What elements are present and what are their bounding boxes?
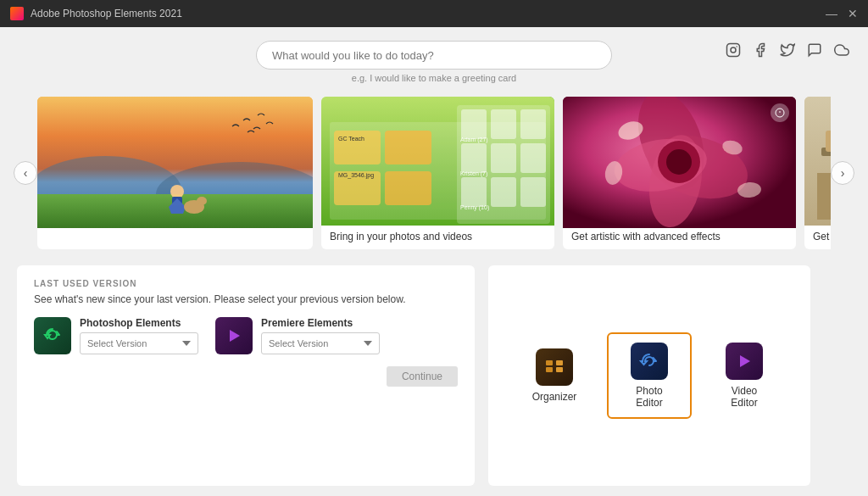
photoshop-elements-icon [34, 317, 71, 354]
carousel-next-button[interactable]: › [831, 161, 854, 185]
facebook-icon[interactable] [751, 41, 770, 59]
video-editor-label: VideoEditor [731, 385, 757, 409]
card-caption-try-this: Bring in your photos and videos [321, 226, 554, 249]
minimize-button[interactable]: — [826, 8, 837, 20]
photo-editor-icon [631, 343, 668, 380]
photoshop-product-info: Photoshop Elements Select Version 2020 2… [80, 317, 198, 354]
continue-button[interactable]: Continue [387, 366, 458, 387]
svg-text:GC Teach: GC Teach [338, 136, 364, 142]
title-bar: Adobe Photoshop Elements 2021 — ✕ [0, 0, 868, 27]
app-launch-card: Organizer PhotoEditor [488, 265, 810, 486]
social-icons [724, 41, 851, 59]
svg-point-10 [197, 197, 207, 205]
card-caption-whats-new: Get artistic with advanced effects [563, 226, 796, 249]
last-used-title: LAST USED VERSION [34, 279, 458, 288]
continue-button-row: Continue [34, 366, 458, 387]
premiere-product-name: Premiere Elements [261, 317, 380, 329]
app-title: Adobe Photoshop Elements 2021 [31, 8, 182, 20]
close-button[interactable]: ✕ [848, 8, 858, 20]
card-caption-main [37, 228, 313, 249]
card-caption-inspiration: Get inspired c... [804, 226, 831, 249]
svg-point-1 [731, 47, 736, 53]
svg-text:Kristen (7): Kristen (7) [460, 170, 487, 177]
whats-new-image: WHAT'S NEW [563, 97, 796, 226]
carousel-card-try-this[interactable]: TRY THIS [321, 97, 554, 249]
svg-point-38 [666, 149, 692, 175]
title-bar-left: Adobe Photoshop Elements 2021 [10, 7, 182, 20]
last-used-version-card: LAST USED VERSION See what's new since y… [17, 265, 475, 486]
photo-editor-button[interactable]: PhotoEditor [607, 332, 692, 419]
photoshop-product-name: Photoshop Elements [80, 317, 198, 329]
svg-text:MG_3546.jpg: MG_3546.jpg [338, 172, 374, 179]
svg-point-7 [170, 185, 184, 198]
search-input[interactable] [256, 41, 612, 70]
carousel-card-inspiration[interactable]: INSPIRATION [804, 97, 831, 249]
app-icon [10, 7, 24, 20]
svg-rect-0 [727, 44, 740, 57]
search-area: e.g. I would like to make a greeting car… [0, 27, 868, 90]
product-versions: Photoshop Elements Select Version 2020 2… [34, 317, 458, 354]
svg-rect-56 [546, 367, 553, 372]
window-controls: — ✕ [826, 8, 858, 20]
carousel-prev-button[interactable]: ‹ [14, 161, 37, 185]
photoshop-elements-version: Photoshop Elements Select Version 2020 2… [34, 317, 198, 354]
svg-rect-17 [461, 143, 487, 173]
carousel-card-whats-new[interactable]: WHAT'S NEW [563, 97, 796, 249]
svg-rect-54 [543, 356, 565, 378]
svg-rect-14 [461, 109, 487, 139]
try-this-image: TRY THIS [321, 97, 554, 226]
instagram-icon[interactable] [724, 41, 743, 59]
premiere-version-select[interactable]: Select Version 2020 2019 2018 [261, 332, 380, 354]
svg-rect-26 [385, 171, 431, 205]
video-editor-button[interactable]: VideoEditor [702, 332, 787, 419]
carousel: ‹ [0, 90, 868, 255]
svg-marker-61 [740, 355, 750, 367]
main-content: e.g. I would like to make a greeting car… [0, 27, 868, 496]
main-photo-image [37, 97, 313, 228]
svg-rect-19 [520, 143, 546, 173]
svg-rect-20 [461, 177, 487, 207]
search-hint: e.g. I would like to make a greeting car… [352, 73, 516, 83]
svg-rect-48 [826, 131, 831, 152]
svg-rect-58 [556, 367, 563, 372]
bottom-area: LAST USED VERSION See what's new since y… [0, 255, 868, 496]
svg-marker-53 [230, 330, 240, 342]
svg-rect-24 [385, 131, 431, 164]
svg-text:Adam (27): Adam (27) [460, 137, 488, 143]
photo-editor-label: PhotoEditor [636, 385, 662, 409]
svg-rect-18 [491, 143, 516, 173]
organizer-label: Organizer [532, 391, 577, 403]
svg-text:Penny (10): Penny (10) [460, 204, 489, 211]
premiere-elements-version: Premiere Elements Select Version 2020 20… [215, 317, 380, 354]
svg-point-2 [736, 46, 737, 47]
inspiration-image: INSPIRATION [804, 97, 831, 226]
svg-rect-55 [546, 360, 553, 365]
app-buttons-row: Organizer PhotoEditor [505, 332, 793, 419]
twitter-icon[interactable] [778, 41, 797, 59]
svg-rect-21 [491, 177, 516, 207]
carousel-card-main-photo [37, 97, 313, 249]
premiere-elements-icon [215, 317, 253, 354]
svg-rect-57 [556, 360, 563, 365]
organizer-icon [536, 348, 573, 386]
last-used-description: See what's new since your last version. … [34, 293, 458, 305]
svg-rect-15 [491, 109, 516, 139]
cloud-icon[interactable] [832, 41, 851, 59]
svg-rect-16 [520, 109, 546, 139]
organizer-button[interactable]: Organizer [512, 338, 597, 413]
photoshop-version-select[interactable]: Select Version 2020 2019 2018 [80, 332, 198, 354]
carousel-cards: TRY THIS [37, 97, 831, 249]
svg-rect-22 [520, 177, 546, 207]
svg-rect-50 [817, 173, 831, 220]
chat-icon[interactable] [805, 41, 824, 59]
video-editor-icon [726, 343, 763, 380]
premiere-product-info: Premiere Elements Select Version 2020 20… [261, 317, 380, 354]
